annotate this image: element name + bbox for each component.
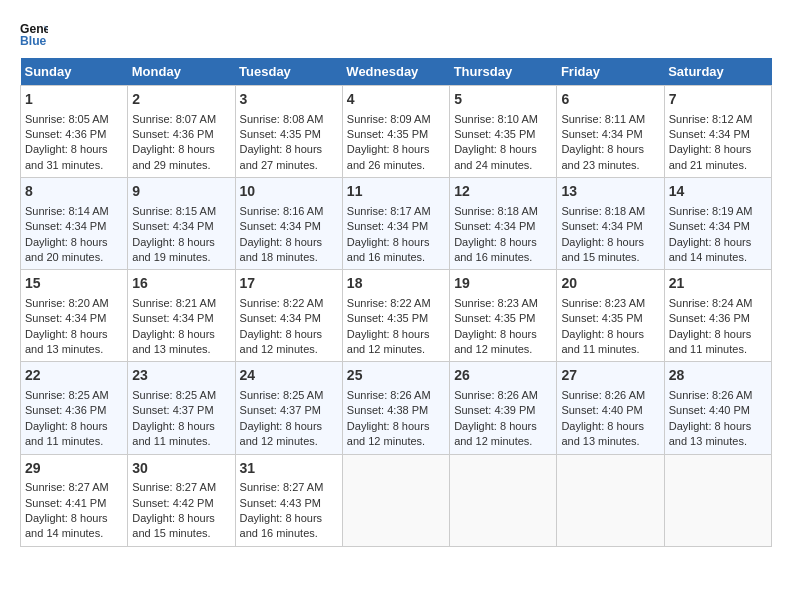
day-number: 16 [132, 274, 230, 294]
daylight-text: Daylight: 8 hours and 11 minutes. [25, 420, 108, 447]
weekday-header: Tuesday [235, 58, 342, 86]
sunset-text: Sunset: 4:35 PM [347, 312, 428, 324]
daylight-text: Daylight: 8 hours and 12 minutes. [347, 420, 430, 447]
calendar-cell: 21Sunrise: 8:24 AMSunset: 4:36 PMDayligh… [664, 270, 771, 362]
daylight-text: Daylight: 8 hours and 13 minutes. [132, 328, 215, 355]
day-number: 17 [240, 274, 338, 294]
sunrise-text: Sunrise: 8:20 AM [25, 297, 109, 309]
sunset-text: Sunset: 4:34 PM [132, 312, 213, 324]
sunrise-text: Sunrise: 8:26 AM [561, 389, 645, 401]
weekday-header: Friday [557, 58, 664, 86]
daylight-text: Daylight: 8 hours and 13 minutes. [669, 420, 752, 447]
logo-icon: General Blue [20, 20, 48, 48]
calendar-table: SundayMondayTuesdayWednesdayThursdayFrid… [20, 58, 772, 547]
daylight-text: Daylight: 8 hours and 16 minutes. [347, 236, 430, 263]
sunset-text: Sunset: 4:34 PM [25, 312, 106, 324]
svg-text:Blue: Blue [20, 34, 47, 48]
sunset-text: Sunset: 4:36 PM [669, 312, 750, 324]
sunset-text: Sunset: 4:35 PM [240, 128, 321, 140]
calendar-cell: 20Sunrise: 8:23 AMSunset: 4:35 PMDayligh… [557, 270, 664, 362]
calendar-cell: 22Sunrise: 8:25 AMSunset: 4:36 PMDayligh… [21, 362, 128, 454]
sunset-text: Sunset: 4:42 PM [132, 497, 213, 509]
sunrise-text: Sunrise: 8:25 AM [132, 389, 216, 401]
sunrise-text: Sunrise: 8:17 AM [347, 205, 431, 217]
sunset-text: Sunset: 4:34 PM [240, 312, 321, 324]
day-number: 24 [240, 366, 338, 386]
day-number: 1 [25, 90, 123, 110]
daylight-text: Daylight: 8 hours and 15 minutes. [132, 512, 215, 539]
sunrise-text: Sunrise: 8:25 AM [240, 389, 324, 401]
calendar-cell: 5Sunrise: 8:10 AMSunset: 4:35 PMDaylight… [450, 86, 557, 178]
day-number: 27 [561, 366, 659, 386]
sunset-text: Sunset: 4:34 PM [240, 220, 321, 232]
calendar-cell: 31Sunrise: 8:27 AMSunset: 4:43 PMDayligh… [235, 454, 342, 546]
day-number: 19 [454, 274, 552, 294]
daylight-text: Daylight: 8 hours and 23 minutes. [561, 143, 644, 170]
sunrise-text: Sunrise: 8:27 AM [25, 481, 109, 493]
daylight-text: Daylight: 8 hours and 14 minutes. [25, 512, 108, 539]
daylight-text: Daylight: 8 hours and 12 minutes. [347, 328, 430, 355]
sunrise-text: Sunrise: 8:22 AM [240, 297, 324, 309]
calendar-week-row: 22Sunrise: 8:25 AMSunset: 4:36 PMDayligh… [21, 362, 772, 454]
day-number: 20 [561, 274, 659, 294]
sunset-text: Sunset: 4:37 PM [132, 404, 213, 416]
day-number: 23 [132, 366, 230, 386]
sunset-text: Sunset: 4:36 PM [25, 128, 106, 140]
calendar-cell: 10Sunrise: 8:16 AMSunset: 4:34 PMDayligh… [235, 178, 342, 270]
day-number: 18 [347, 274, 445, 294]
day-number: 14 [669, 182, 767, 202]
sunrise-text: Sunrise: 8:16 AM [240, 205, 324, 217]
calendar-week-row: 1Sunrise: 8:05 AMSunset: 4:36 PMDaylight… [21, 86, 772, 178]
sunrise-text: Sunrise: 8:15 AM [132, 205, 216, 217]
daylight-text: Daylight: 8 hours and 19 minutes. [132, 236, 215, 263]
sunrise-text: Sunrise: 8:25 AM [25, 389, 109, 401]
daylight-text: Daylight: 8 hours and 11 minutes. [561, 328, 644, 355]
day-number: 22 [25, 366, 123, 386]
calendar-cell: 17Sunrise: 8:22 AMSunset: 4:34 PMDayligh… [235, 270, 342, 362]
sunrise-text: Sunrise: 8:27 AM [240, 481, 324, 493]
calendar-cell: 4Sunrise: 8:09 AMSunset: 4:35 PMDaylight… [342, 86, 449, 178]
logo: General Blue [20, 20, 48, 48]
day-number: 6 [561, 90, 659, 110]
sunset-text: Sunset: 4:39 PM [454, 404, 535, 416]
calendar-cell [664, 454, 771, 546]
sunrise-text: Sunrise: 8:07 AM [132, 113, 216, 125]
calendar-cell: 28Sunrise: 8:26 AMSunset: 4:40 PMDayligh… [664, 362, 771, 454]
calendar-cell [557, 454, 664, 546]
sunrise-text: Sunrise: 8:23 AM [454, 297, 538, 309]
day-number: 9 [132, 182, 230, 202]
sunset-text: Sunset: 4:36 PM [25, 404, 106, 416]
sunrise-text: Sunrise: 8:21 AM [132, 297, 216, 309]
sunset-text: Sunset: 4:38 PM [347, 404, 428, 416]
sunset-text: Sunset: 4:34 PM [561, 128, 642, 140]
day-number: 28 [669, 366, 767, 386]
daylight-text: Daylight: 8 hours and 13 minutes. [25, 328, 108, 355]
sunset-text: Sunset: 4:34 PM [669, 220, 750, 232]
sunrise-text: Sunrise: 8:26 AM [347, 389, 431, 401]
daylight-text: Daylight: 8 hours and 29 minutes. [132, 143, 215, 170]
calendar-week-row: 29Sunrise: 8:27 AMSunset: 4:41 PMDayligh… [21, 454, 772, 546]
day-number: 31 [240, 459, 338, 479]
sunset-text: Sunset: 4:34 PM [561, 220, 642, 232]
sunset-text: Sunset: 4:41 PM [25, 497, 106, 509]
sunrise-text: Sunrise: 8:05 AM [25, 113, 109, 125]
day-number: 30 [132, 459, 230, 479]
daylight-text: Daylight: 8 hours and 27 minutes. [240, 143, 323, 170]
sunset-text: Sunset: 4:35 PM [454, 312, 535, 324]
sunrise-text: Sunrise: 8:23 AM [561, 297, 645, 309]
sunrise-text: Sunrise: 8:12 AM [669, 113, 753, 125]
daylight-text: Daylight: 8 hours and 21 minutes. [669, 143, 752, 170]
sunrise-text: Sunrise: 8:09 AM [347, 113, 431, 125]
sunrise-text: Sunrise: 8:18 AM [561, 205, 645, 217]
calendar-cell: 2Sunrise: 8:07 AMSunset: 4:36 PMDaylight… [128, 86, 235, 178]
sunrise-text: Sunrise: 8:08 AM [240, 113, 324, 125]
calendar-cell: 12Sunrise: 8:18 AMSunset: 4:34 PMDayligh… [450, 178, 557, 270]
sunrise-text: Sunrise: 8:26 AM [454, 389, 538, 401]
sunrise-text: Sunrise: 8:27 AM [132, 481, 216, 493]
sunrise-text: Sunrise: 8:18 AM [454, 205, 538, 217]
day-number: 25 [347, 366, 445, 386]
calendar-cell: 1Sunrise: 8:05 AMSunset: 4:36 PMDaylight… [21, 86, 128, 178]
calendar-cell: 16Sunrise: 8:21 AMSunset: 4:34 PMDayligh… [128, 270, 235, 362]
sunset-text: Sunset: 4:40 PM [561, 404, 642, 416]
day-number: 29 [25, 459, 123, 479]
